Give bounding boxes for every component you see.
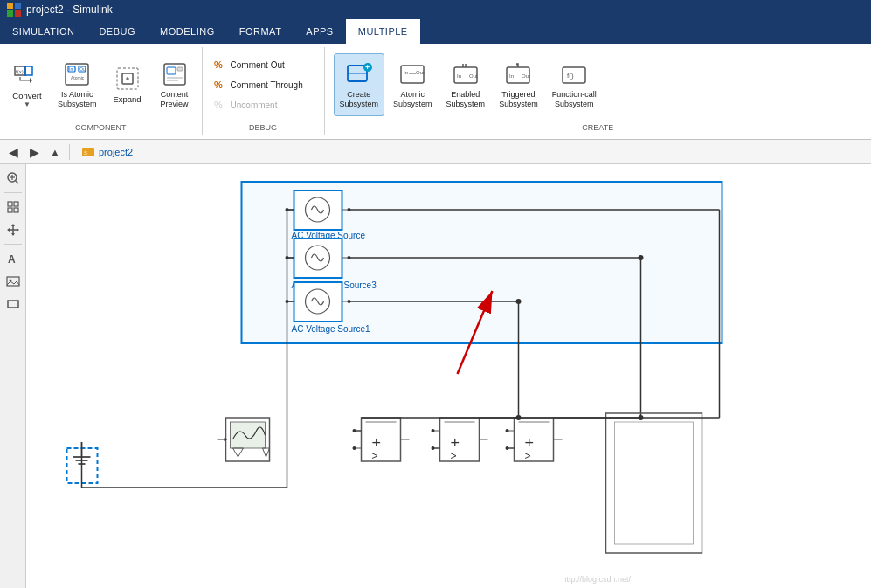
main-area: A bbox=[0, 164, 871, 588]
function-call-icon: f() bbox=[560, 60, 588, 88]
ac-source-1[interactable] bbox=[286, 190, 351, 230]
comp-block-3[interactable]: + > bbox=[506, 418, 563, 462]
convert-button[interactable]: f(x) Convert ▼ bbox=[5, 53, 49, 116]
content-preview-icon bbox=[161, 60, 189, 88]
rectangle-tool[interactable] bbox=[3, 294, 24, 315]
enabled-subsystem-icon: In Out bbox=[452, 60, 480, 88]
svg-rect-48 bbox=[14, 202, 18, 206]
triggered-subsystem-button[interactable]: In Out TriggeredSubsystem bbox=[494, 53, 543, 116]
is-atomic-subsystem-button[interactable]: In Out Atomic Is AtomicSubsystem bbox=[52, 53, 102, 116]
svg-text:+: + bbox=[525, 434, 535, 452]
diagram-canvas: AC Voltage Source AC Vo< Source3 bbox=[26, 164, 871, 588]
zoom-in-tool[interactable] bbox=[3, 168, 24, 189]
svg-text:>: > bbox=[372, 450, 378, 462]
breadcrumb-project[interactable]: project2 bbox=[99, 147, 133, 157]
enabled-subsystem-button[interactable]: In Out EnabledSubsystem bbox=[441, 53, 491, 116]
comment-out-label: Comment Out bbox=[231, 60, 285, 70]
svg-text:Out: Out bbox=[79, 66, 87, 72]
svg-rect-2 bbox=[7, 10, 13, 17]
content-preview-button[interactable]: ContentPreview bbox=[153, 53, 197, 116]
up-button[interactable]: ▲ bbox=[45, 142, 65, 162]
svg-text:+: + bbox=[372, 434, 382, 452]
component-group-label: COMPONENT bbox=[5, 121, 197, 134]
svg-text:A: A bbox=[8, 253, 16, 266]
svg-text:>: > bbox=[525, 450, 531, 462]
is-atomic-label: Is AtomicSubsystem bbox=[58, 90, 97, 109]
svg-text:Out: Out bbox=[416, 70, 425, 75]
debug-group-label: DEBUG bbox=[206, 121, 321, 134]
svg-rect-129 bbox=[606, 413, 702, 553]
comment-through-icon: % bbox=[213, 78, 227, 92]
forward-button[interactable]: ▶ bbox=[24, 142, 44, 162]
svg-text:S: S bbox=[84, 150, 87, 156]
comment-out-icon: % bbox=[213, 58, 227, 72]
svg-rect-0 bbox=[7, 3, 13, 9]
ribbon: f(x) Convert ▼ In Out bbox=[0, 44, 871, 140]
svg-rect-49 bbox=[8, 208, 12, 212]
image-tool[interactable] bbox=[3, 271, 24, 292]
menu-format[interactable]: FORMAT bbox=[227, 19, 294, 44]
fit-view-tool[interactable] bbox=[3, 197, 24, 218]
ribbon-group-debug: % Comment Out % Comment Through % bbox=[203, 47, 325, 135]
atomic-subsystem-icon: In Out bbox=[398, 60, 426, 88]
comp-block-1[interactable]: + > bbox=[353, 418, 410, 462]
menu-modeling[interactable]: MODELING bbox=[148, 19, 227, 44]
svg-text:f(): f() bbox=[567, 72, 574, 80]
comment-through-button[interactable]: % Comment Through bbox=[210, 76, 307, 93]
menu-debug[interactable]: DEBUG bbox=[86, 19, 148, 44]
diagram-svg: AC Voltage Source AC Vo< Source3 bbox=[26, 164, 871, 588]
toolbar-separator-1 bbox=[69, 144, 70, 160]
svg-text:%: % bbox=[214, 100, 223, 110]
svg-point-118 bbox=[432, 429, 435, 432]
ac-source-2[interactable] bbox=[286, 239, 351, 278]
is-atomic-subsystem-icon: In Out Atomic bbox=[63, 60, 91, 88]
pan-tool[interactable] bbox=[3, 219, 24, 240]
svg-marker-54 bbox=[17, 228, 19, 232]
uncomment-label: Uncomment bbox=[231, 100, 278, 110]
svg-marker-53 bbox=[7, 228, 10, 232]
function-call-subsystem-button[interactable]: f() Function-callSubsystem bbox=[547, 53, 602, 116]
left-tools-panel: A bbox=[0, 164, 26, 588]
uncomment-icon: % bbox=[213, 98, 227, 112]
svg-rect-3 bbox=[15, 10, 21, 17]
content-preview-label: ContentPreview bbox=[161, 90, 189, 109]
menu-simulation[interactable]: SIMULATION bbox=[0, 19, 86, 44]
ac-source-3[interactable] bbox=[286, 282, 351, 322]
svg-marker-51 bbox=[11, 224, 15, 226]
svg-rect-130 bbox=[615, 422, 694, 544]
expand-label: Expand bbox=[113, 94, 141, 104]
svg-rect-1 bbox=[15, 3, 21, 9]
svg-marker-52 bbox=[11, 233, 15, 236]
atomic-subsystem-label: AtomicSubsystem bbox=[393, 90, 432, 109]
svg-text:Out: Out bbox=[469, 73, 478, 79]
svg-marker-7 bbox=[30, 78, 32, 83]
svg-point-133 bbox=[516, 299, 522, 304]
uncomment-button[interactable]: % Uncomment bbox=[210, 96, 281, 114]
back-button[interactable]: ◀ bbox=[3, 142, 23, 162]
convert-label: Convert bbox=[12, 91, 41, 100]
atomic-subsystem-button[interactable]: In Out AtomicSubsystem bbox=[388, 53, 438, 116]
ac2-label2: Source3 bbox=[344, 280, 377, 290]
create-subsystem-icon: + bbox=[345, 60, 373, 88]
svg-rect-18 bbox=[177, 67, 183, 71]
expand-button[interactable]: Expand bbox=[106, 53, 149, 116]
svg-rect-58 bbox=[8, 301, 18, 308]
svg-rect-56 bbox=[7, 277, 19, 286]
create-subsystem-label: CreateSubsystem bbox=[340, 90, 379, 109]
menu-multiple[interactable]: MULTIPLE bbox=[346, 19, 420, 44]
svg-rect-50 bbox=[14, 208, 18, 212]
comment-out-button[interactable]: % Comment Out bbox=[210, 56, 288, 73]
title-bar: project2 - Simulink bbox=[0, 0, 871, 19]
svg-text:+: + bbox=[365, 63, 370, 72]
svg-point-127 bbox=[506, 429, 509, 432]
text-tool[interactable]: A bbox=[3, 248, 24, 269]
create-subsystem-button[interactable]: + CreateSubsystem bbox=[334, 53, 385, 116]
svg-point-110 bbox=[353, 446, 356, 450]
function-call-subsystem-label: Function-callSubsystem bbox=[552, 90, 597, 109]
scope-block[interactable] bbox=[218, 418, 270, 461]
svg-text:+: + bbox=[451, 434, 460, 452]
svg-line-44 bbox=[16, 181, 18, 183]
menu-apps[interactable]: APPS bbox=[294, 19, 345, 44]
comp-block-2[interactable]: + > bbox=[432, 418, 488, 462]
svg-text:%: % bbox=[214, 59, 223, 70]
